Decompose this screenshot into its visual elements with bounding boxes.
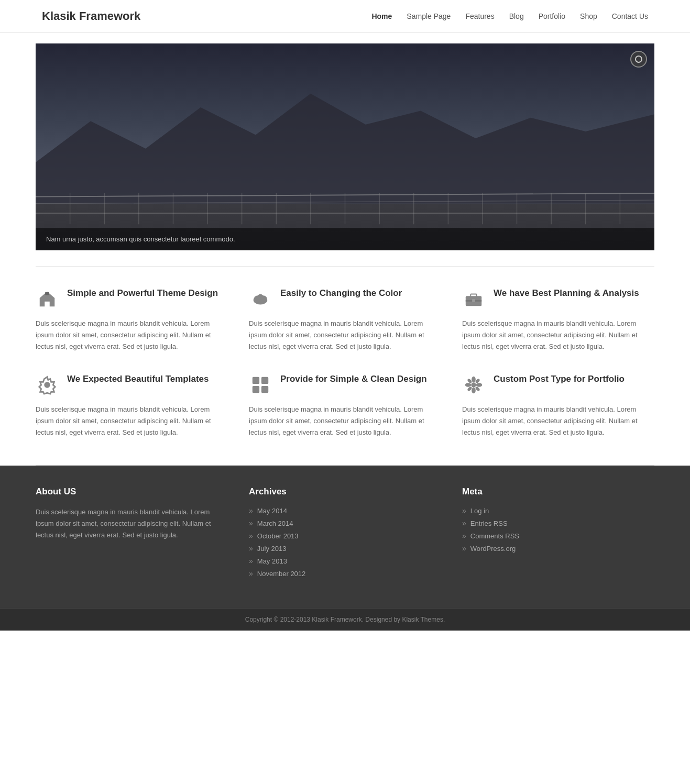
footer-meta-col: Meta Log in Entries RSS Comments RSS Wor… — [462, 487, 654, 582]
feature-item-5: Provide for Simple & Clean Design Duis s… — [249, 373, 441, 438]
feature-item-6: Custom Post Type for Portfolio Duis scel… — [462, 373, 654, 438]
feature-text-1: Duis scelerisque magna in mauris blandit… — [36, 318, 228, 352]
nav-blog[interactable]: Blog — [509, 12, 524, 20]
list-item: Entries RSS — [462, 519, 654, 527]
feature-title-5: Provide for Simple & Clean Design — [280, 373, 427, 385]
feature-title-1: Simple and Powerful Theme Design — [67, 288, 218, 299]
flower-icon — [462, 373, 485, 396]
hero-caption-text: Nam urna justo, accumsan quis consectetu… — [46, 235, 235, 243]
svg-point-37 — [472, 377, 476, 382]
nav-features[interactable]: Features — [465, 12, 494, 20]
svg-point-39 — [465, 383, 471, 387]
svg-point-42 — [475, 378, 480, 384]
svg-rect-35 — [261, 386, 268, 393]
footer-archives-heading: Archives — [249, 487, 441, 497]
list-item: Comments RSS — [462, 532, 654, 540]
nav-home[interactable]: Home — [371, 12, 392, 20]
feature-text-2: Duis scelerisque magna in mauris blandit… — [249, 318, 441, 352]
svg-point-38 — [472, 388, 476, 393]
briefcase-icon — [462, 288, 485, 311]
svg-point-31 — [44, 382, 50, 388]
feature-item-2: Easily to Changing the Color Duis sceler… — [249, 288, 441, 352]
archive-july-2013[interactable]: July 2013 — [257, 545, 287, 553]
main-nav: Home Sample Page Features Blog Portfolio… — [371, 12, 648, 20]
footer-about-col: About US Duis scelerisque magna in mauri… — [36, 487, 228, 582]
feature-header-1: Simple and Powerful Theme Design — [36, 288, 228, 311]
svg-point-40 — [476, 383, 482, 387]
feature-title-6: Custom Post Type for Portfolio — [494, 373, 625, 385]
copyright-text: Copyright © 2012-2013 Klasik Framework. … — [245, 616, 445, 623]
feature-header-6: Custom Post Type for Portfolio — [462, 373, 654, 396]
svg-point-43 — [467, 387, 473, 392]
meta-comments-rss[interactable]: Comments RSS — [470, 532, 519, 540]
hero-caption: Nam urna justo, accumsan quis consectetu… — [36, 228, 654, 250]
svg-point-44 — [475, 387, 480, 392]
list-item: May 2013 — [249, 557, 441, 565]
features-section: Simple and Powerful Theme Design Duis sc… — [0, 267, 690, 465]
header: Klasik Framework Home Sample Page Featur… — [0, 0, 690, 33]
meta-wordpress-org[interactable]: WordPress.org — [470, 545, 516, 553]
feature-header-5: Provide for Simple & Clean Design — [249, 373, 441, 396]
svg-rect-22 — [45, 292, 49, 295]
nav-portfolio[interactable]: Portfolio — [539, 12, 565, 20]
footer-meta-heading: Meta — [462, 487, 654, 497]
footer-about-text: Duis scelerisque magna in mauris blandit… — [36, 506, 228, 541]
feature-title-3: We have Best Planning & Analysis — [494, 288, 639, 299]
feature-text-3: Duis scelerisque magna in mauris blandit… — [462, 318, 654, 352]
meta-entries-rss[interactable]: Entries RSS — [470, 520, 508, 527]
nav-contact-us[interactable]: Contact Us — [612, 12, 648, 20]
svg-rect-30 — [472, 299, 475, 302]
svg-rect-34 — [253, 386, 259, 393]
feature-item-4: We Expected Beautiful Templates Duis sce… — [36, 373, 228, 438]
feature-header-4: We Expected Beautiful Templates — [36, 373, 228, 396]
feature-header-3: We have Best Planning & Analysis — [462, 288, 654, 311]
feature-item-1: Simple and Powerful Theme Design Duis sc… — [36, 288, 228, 352]
svg-rect-28 — [470, 294, 476, 297]
feature-header-2: Easily to Changing the Color — [249, 288, 441, 311]
svg-point-26 — [257, 294, 263, 300]
list-item: October 2013 — [249, 532, 441, 540]
windows-icon — [249, 373, 272, 396]
list-item: March 2014 — [249, 519, 441, 527]
svg-point-41 — [467, 378, 473, 384]
archive-november-2012[interactable]: November 2012 — [257, 570, 306, 578]
list-item: November 2012 — [249, 569, 441, 578]
list-item: Log in — [462, 506, 654, 515]
site-logo[interactable]: Klasik Framework — [42, 9, 140, 23]
list-item: WordPress.org — [462, 544, 654, 553]
home-icon — [36, 288, 59, 311]
footer-about-heading: About US — [36, 487, 228, 497]
nav-shop[interactable]: Shop — [580, 12, 597, 20]
meta-list: Log in Entries RSS Comments RSS WordPres… — [462, 506, 654, 553]
archives-list: May 2014 March 2014 October 2013 July 20… — [249, 506, 441, 578]
hero-svg — [36, 43, 654, 250]
svg-point-36 — [471, 383, 476, 388]
feature-text-6: Duis scelerisque magna in mauris blandit… — [462, 404, 654, 438]
feature-text-4: Duis scelerisque magna in mauris blandit… — [36, 404, 228, 438]
meta-log-in[interactable]: Log in — [470, 507, 489, 515]
feature-title-4: We Expected Beautiful Templates — [67, 373, 209, 385]
archive-march-2014[interactable]: March 2014 — [257, 520, 293, 527]
hero-slider: Nam urna justo, accumsan quis consectetu… — [36, 43, 654, 250]
list-item: July 2013 — [249, 544, 441, 553]
gear-icon — [36, 373, 59, 396]
svg-rect-33 — [261, 377, 268, 384]
cloud-icon — [249, 288, 272, 311]
archive-may-2014[interactable]: May 2014 — [257, 507, 287, 515]
archive-may-2013[interactable]: May 2013 — [257, 557, 287, 565]
archive-october-2013[interactable]: October 2013 — [257, 532, 299, 540]
feature-title-2: Easily to Changing the Color — [280, 288, 402, 299]
list-item: May 2014 — [249, 506, 441, 515]
nav-sample-page[interactable]: Sample Page — [407, 12, 451, 20]
feature-text-5: Duis scelerisque magna in mauris blandit… — [249, 404, 441, 438]
svg-rect-32 — [253, 377, 259, 384]
footer-archives-col: Archives May 2014 March 2014 October 201… — [249, 487, 441, 582]
feature-item-3: We have Best Planning & Analysis Duis sc… — [462, 288, 654, 352]
footer-columns: About US Duis scelerisque magna in mauri… — [0, 466, 690, 608]
slider-control-button[interactable] — [630, 51, 647, 68]
copyright-bar: Copyright © 2012-2013 Klasik Framework. … — [0, 608, 690, 631]
hero-image — [36, 43, 654, 250]
